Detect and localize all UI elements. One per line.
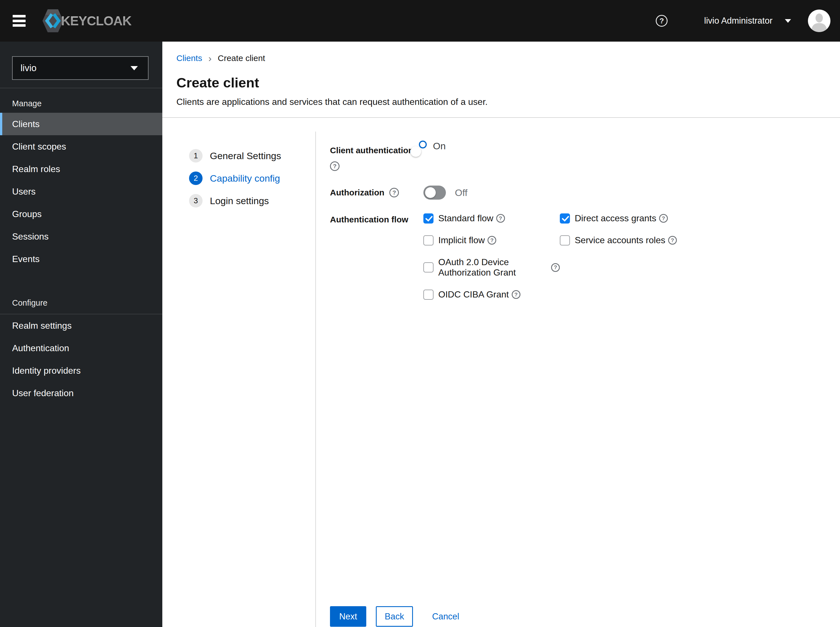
- sidebar-item-client-scopes[interactable]: Client scopes: [0, 135, 162, 158]
- service-accounts-roles-checkbox[interactable]: [560, 235, 570, 246]
- sidebar-item-authentication[interactable]: Authentication: [0, 337, 162, 359]
- breadcrumb-separator-icon: ›: [208, 54, 212, 62]
- checkbox-item-oauth-device-grant: OAuth 2.0 Device Authorization Grant ?: [423, 257, 560, 278]
- nav-section-title-manage: Manage: [0, 88, 162, 113]
- step-label: Capability config: [210, 173, 280, 184]
- avatar: [808, 9, 831, 32]
- capability-config-form: Client authentication ? On Authorization…: [316, 132, 840, 627]
- sidebar-item-realm-roles[interactable]: Realm roles: [0, 158, 162, 180]
- breadcrumb: Clients › Create client: [162, 42, 840, 63]
- sidebar-nav: livio Manage Clients Client scopes Realm…: [0, 42, 162, 627]
- toggle-focus-ring: [419, 140, 427, 148]
- help-icon[interactable]: ?: [656, 15, 668, 27]
- brand-text: KEYCLOAK: [61, 13, 131, 28]
- nav-group-configure: Realm settings Authentication Identity p…: [0, 314, 162, 404]
- help-icon[interactable]: ?: [389, 188, 399, 197]
- user-menu-label: livio Administrator: [704, 16, 772, 26]
- content-divider: [162, 117, 840, 118]
- cancel-button[interactable]: Cancel: [432, 606, 459, 627]
- page-title: Create client: [176, 75, 840, 91]
- realm-selector[interactable]: livio: [12, 56, 148, 80]
- authentication-flow-label: Authentication flow: [330, 213, 419, 225]
- help-icon[interactable]: ?: [668, 236, 677, 245]
- wizard-step-general-settings[interactable]: 1 General Settings: [162, 145, 315, 167]
- keycloak-hexagon-icon: [43, 9, 63, 32]
- sidebar-item-users[interactable]: Users: [0, 180, 162, 203]
- breadcrumb-current: Create client: [218, 54, 265, 63]
- toggle-state-label: On: [433, 140, 445, 151]
- authentication-flow-row: Authentication flow Standard flow ? Dire…: [330, 213, 832, 300]
- wizard-step-capability-config[interactable]: 2 Capability config: [162, 167, 315, 189]
- toggle-state-label: Off: [455, 187, 467, 198]
- masthead: KEYCLOAK ? livio Administrator: [0, 0, 840, 42]
- realm-selector-value: livio: [21, 63, 36, 73]
- nav-group-manage: Clients Client scopes Realm roles Users …: [0, 113, 162, 270]
- step-number: 3: [189, 194, 202, 208]
- main-content: Clients › Create client Create client Cl…: [162, 42, 840, 627]
- authorization-row: Authorization ? Off: [330, 186, 832, 200]
- step-label: General Settings: [210, 150, 281, 161]
- help-icon[interactable]: ?: [512, 290, 520, 299]
- checkbox-item-direct-access-grants: Direct access grants ?: [560, 213, 677, 224]
- step-number: 2: [189, 172, 202, 185]
- help-icon[interactable]: ?: [659, 214, 668, 223]
- oidc-ciba-grant-checkbox[interactable]: [423, 290, 434, 300]
- back-button[interactable]: Back: [376, 606, 413, 627]
- standard-flow-checkbox[interactable]: [423, 213, 434, 224]
- help-icon[interactable]: ?: [488, 236, 496, 245]
- sidebar-item-user-federation[interactable]: User federation: [0, 382, 162, 404]
- help-icon[interactable]: ?: [496, 214, 505, 223]
- checkbox-item-service-accounts-roles: Service accounts roles ?: [560, 235, 677, 246]
- checkbox-item-oidc-ciba-grant: OIDC CIBA Grant ?: [423, 289, 560, 300]
- direct-access-grants-checkbox[interactable]: [560, 213, 570, 224]
- keycloak-logo[interactable]: KEYCLOAK: [43, 9, 131, 32]
- help-icon[interactable]: ?: [330, 161, 339, 171]
- sidebar-item-realm-settings[interactable]: Realm settings: [0, 314, 162, 337]
- wizard-actions: Next Back Cancel: [330, 606, 459, 627]
- sidebar-item-clients[interactable]: Clients: [0, 113, 162, 135]
- implicit-flow-checkbox[interactable]: [423, 235, 434, 246]
- authentication-flow-options: Standard flow ? Direct access grants ? I…: [419, 213, 677, 300]
- chevron-down-icon: [131, 66, 138, 70]
- sidebar-item-identity-providers[interactable]: Identity providers: [0, 359, 162, 382]
- page-subtitle: Clients are applications and services th…: [176, 97, 840, 107]
- sidebar-item-events[interactable]: Events: [0, 248, 162, 270]
- oauth-device-grant-checkbox[interactable]: [423, 262, 434, 273]
- client-authentication-row: Client authentication ? On: [330, 140, 832, 171]
- checkbox-item-standard-flow: Standard flow ?: [423, 213, 560, 224]
- checkbox-item-implicit-flow: Implicit flow ?: [423, 235, 560, 246]
- step-number: 1: [189, 149, 202, 162]
- chevron-down-icon: [785, 19, 791, 23]
- wizard-nav: 1 General Settings 2 Capability config 3…: [162, 132, 316, 627]
- nav-section-title-configure: Configure: [0, 288, 162, 312]
- authorization-toggle[interactable]: [423, 186, 446, 200]
- breadcrumb-link-clients[interactable]: Clients: [176, 54, 202, 63]
- authorization-label: Authorization: [330, 187, 384, 198]
- help-icon[interactable]: ?: [551, 263, 560, 272]
- client-authentication-label: Client authentication: [330, 145, 419, 156]
- user-menu[interactable]: livio Administrator: [704, 16, 791, 26]
- sidebar-item-groups[interactable]: Groups: [0, 203, 162, 225]
- hamburger-menu-icon[interactable]: [13, 14, 25, 27]
- sidebar-item-sessions[interactable]: Sessions: [0, 225, 162, 248]
- wizard-step-login-settings[interactable]: 3 Login settings: [162, 189, 315, 212]
- step-label: Login settings: [210, 195, 269, 206]
- next-button[interactable]: Next: [330, 606, 366, 627]
